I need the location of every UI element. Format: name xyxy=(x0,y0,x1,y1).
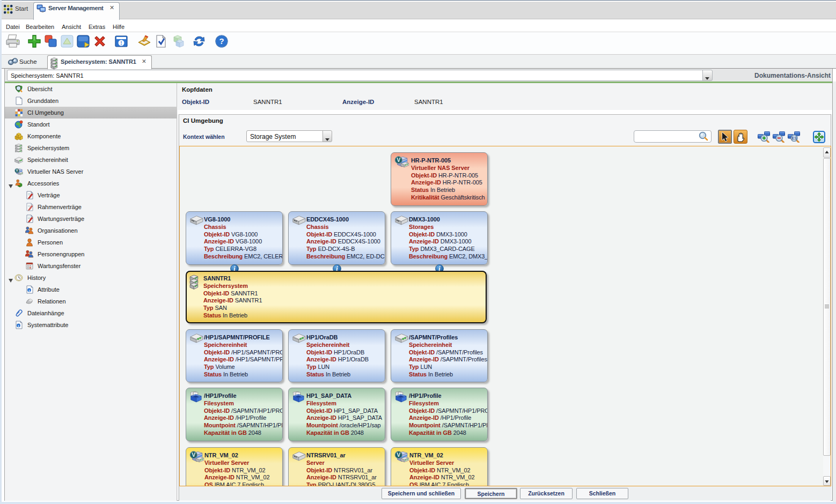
svg-text:i: i xyxy=(29,288,30,292)
svg-text:?: ? xyxy=(219,36,224,46)
svg-text:1:1: 1:1 xyxy=(791,136,797,140)
svg-text:V: V xyxy=(192,451,195,458)
svg-text:V: V xyxy=(397,157,400,163)
svg-text:!: ! xyxy=(120,40,122,46)
svg-text:V: V xyxy=(397,451,400,458)
svg-text:i: i xyxy=(18,324,19,328)
